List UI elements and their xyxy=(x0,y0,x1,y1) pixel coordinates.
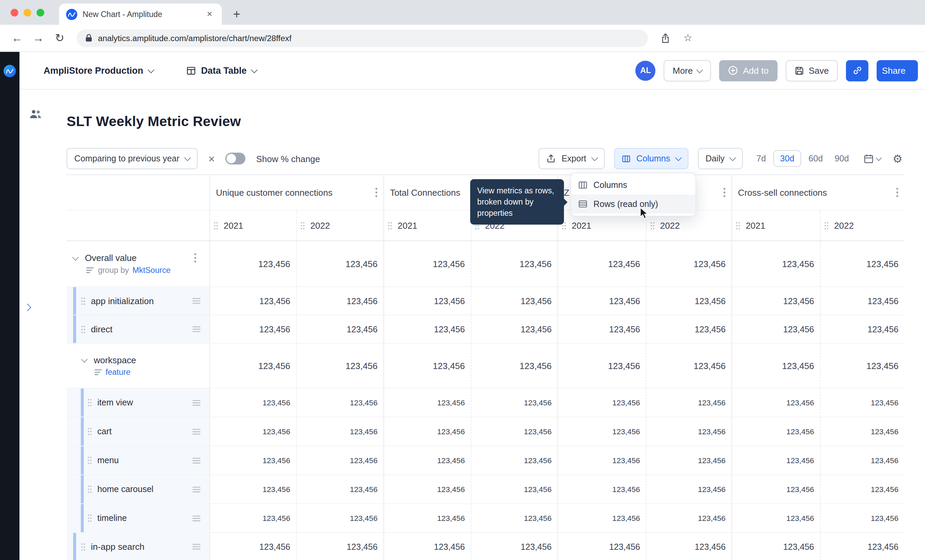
metric-value-cell: 123,456 xyxy=(646,388,732,417)
rows-icon xyxy=(578,199,588,209)
row-drag-handle[interactable] xyxy=(87,428,92,435)
group-by-link[interactable]: MktSource xyxy=(133,266,171,275)
row-drag-handle[interactable] xyxy=(87,485,92,493)
column-drag-handle[interactable] xyxy=(650,221,655,230)
metric-value-cell: 123,456 xyxy=(384,475,471,503)
team-space-icon[interactable] xyxy=(30,109,42,121)
forward-icon[interactable]: → xyxy=(30,29,47,47)
menu-item-rows-read-only-[interactable]: Rows (read only) xyxy=(571,194,696,213)
clear-comparison-icon[interactable]: × xyxy=(208,153,215,164)
metric-value-cell: 123,456 xyxy=(471,241,557,287)
avatar[interactable]: AL xyxy=(636,60,656,81)
calendar-button[interactable] xyxy=(862,152,882,164)
metric-value-cell: 123,456 xyxy=(209,475,296,503)
metric-value-cell: 123,456 xyxy=(209,417,296,446)
add-to-button[interactable]: Add to xyxy=(719,60,777,81)
metric-value-cell: 123,456 xyxy=(646,533,732,560)
menu-item-columns[interactable]: Columns xyxy=(571,176,696,195)
share-button[interactable]: Share xyxy=(877,60,918,81)
row-menu-icon[interactable] xyxy=(193,326,200,332)
row-menu-icon[interactable] xyxy=(193,298,200,304)
settings-button[interactable]: ⚙ xyxy=(891,152,904,165)
address-bar[interactable]: analytics.amplitude.com/amplistore/chart… xyxy=(77,29,648,47)
columns-button[interactable]: Columns xyxy=(614,148,688,169)
range-90d[interactable]: 90d xyxy=(830,151,853,166)
reload-icon[interactable]: ↻ xyxy=(51,29,68,47)
row-menu-icon[interactable] xyxy=(193,543,200,550)
metric-value-cell: 123,456 xyxy=(557,344,646,388)
row-drag-handle[interactable] xyxy=(87,514,92,522)
copy-link-button[interactable] xyxy=(846,60,869,81)
metric-value-cell: 123,456 xyxy=(471,417,557,446)
range-60d[interactable]: 60d xyxy=(804,151,827,166)
columns-icon xyxy=(622,154,631,163)
metric-value-cell: 123,456 xyxy=(296,287,384,315)
metric-value-cell: 123,456 xyxy=(820,504,904,532)
back-icon[interactable]: ← xyxy=(8,29,26,47)
granularity-select[interactable]: Daily xyxy=(698,148,743,169)
row-kebab-icon[interactable] xyxy=(194,253,197,263)
metric-kebab-icon[interactable] xyxy=(375,188,378,197)
amplitude-logo[interactable] xyxy=(3,65,16,77)
share-page-icon[interactable] xyxy=(656,29,675,47)
row-label: Overall value xyxy=(85,253,137,263)
range-7d[interactable]: 7d xyxy=(752,151,770,166)
column-drag-handle[interactable] xyxy=(388,221,392,230)
row-drag-handle[interactable] xyxy=(87,399,92,407)
column-drag-handle[interactable] xyxy=(735,221,740,230)
row-label: workspace xyxy=(94,355,136,365)
save-button[interactable]: Save xyxy=(786,60,838,81)
export-button[interactable]: Export xyxy=(538,148,604,169)
year-header: 2022 xyxy=(820,210,904,240)
column-drag-handle[interactable] xyxy=(300,221,305,230)
metric-value-cell: 123,456 xyxy=(384,417,471,446)
metric-value-cell: 123,456 xyxy=(557,417,646,446)
zoom-window-button[interactable] xyxy=(37,9,45,17)
minimize-window-button[interactable] xyxy=(24,9,31,17)
row-menu-icon[interactable] xyxy=(193,515,200,521)
collapse-chevron-icon[interactable] xyxy=(71,255,80,260)
collapse-chevron-icon[interactable] xyxy=(80,357,89,362)
menu-item-label: Columns xyxy=(594,180,627,190)
bookmark-star-icon[interactable]: ☆ xyxy=(678,29,698,47)
group-by-link[interactable]: feature xyxy=(106,368,131,377)
new-tab-button[interactable]: + xyxy=(233,7,240,21)
comparison-select[interactable]: Comparing to previous year xyxy=(67,148,197,169)
row-drag-handle[interactable] xyxy=(81,297,86,305)
metric-value-cell: 123,456 xyxy=(732,446,820,474)
metric-value-cell: 123,456 xyxy=(384,446,471,474)
metric-value-cell: 123,456 xyxy=(471,315,557,343)
year-label: 2021 xyxy=(746,221,765,230)
comparison-label: Comparing to previous year xyxy=(74,154,179,164)
column-drag-handle[interactable] xyxy=(214,221,218,230)
metric-kebab-icon[interactable] xyxy=(723,188,726,197)
org-switcher[interactable]: AmpliStore Production xyxy=(40,65,157,77)
expand-sidebar-icon[interactable] xyxy=(25,302,30,312)
save-label: Save xyxy=(809,66,829,75)
metric-value-cell: 123,456 xyxy=(384,344,471,388)
show-change-toggle[interactable] xyxy=(226,153,246,164)
row-drag-handle[interactable] xyxy=(81,543,86,551)
table-controls: Comparing to previous year × Show % chan… xyxy=(67,147,904,170)
chevron-down-icon xyxy=(696,66,703,73)
metric-label: Total Connections xyxy=(390,188,461,197)
row-menu-icon[interactable] xyxy=(193,486,200,492)
row-menu-icon[interactable] xyxy=(193,399,200,406)
year-label: 2022 xyxy=(660,221,680,230)
view-switcher[interactable]: Data Table xyxy=(182,65,260,77)
more-button[interactable]: More xyxy=(664,60,711,81)
row-menu-icon[interactable] xyxy=(193,457,200,464)
window-controls xyxy=(11,9,44,17)
metric-kebab-icon[interactable] xyxy=(896,188,898,197)
browser-tab[interactable]: New Chart - Amplitude × xyxy=(59,3,222,24)
metric-value-cell: 123,456 xyxy=(732,241,820,287)
range-30d[interactable]: 30d xyxy=(774,150,801,167)
data-table: Unique customer connectionsTotal Connect… xyxy=(67,174,904,560)
row-drag-handle[interactable] xyxy=(87,456,92,464)
metric-value-cell: 123,456 xyxy=(209,344,296,388)
column-drag-handle[interactable] xyxy=(824,221,829,230)
row-menu-icon[interactable] xyxy=(193,428,200,435)
row-drag-handle[interactable] xyxy=(81,325,86,333)
close-window-button[interactable] xyxy=(11,9,18,17)
tab-close-icon[interactable]: × xyxy=(204,8,215,20)
